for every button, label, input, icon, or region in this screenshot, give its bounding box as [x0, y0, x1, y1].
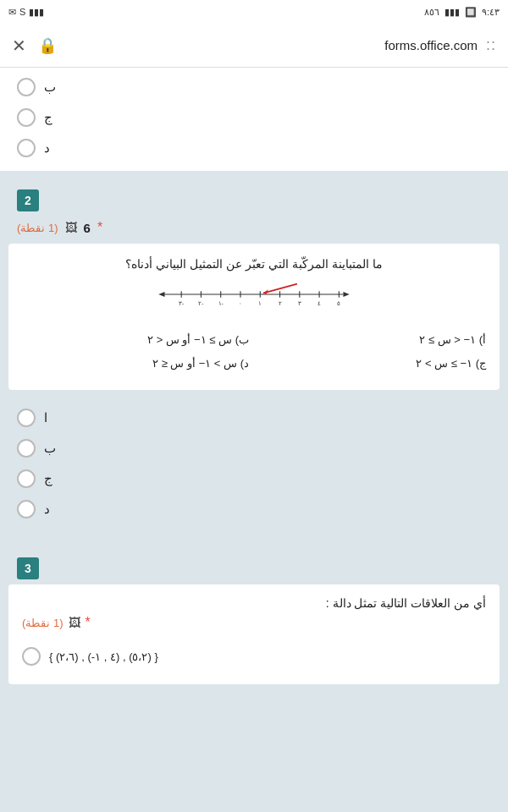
status-bar: ٩:٤٣ 🔲 ▮▮▮ ٨٥٦ ▮▮▮ S ✉: [0, 0, 508, 24]
number-line-container: -٣ -٢ -١ ٠ ١ ٢ ٣ ٤: [19, 281, 489, 315]
email-icon: ✉: [8, 7, 16, 18]
svg-marker-1: [343, 292, 349, 297]
status-left: ٩:٤٣ 🔲 ▮▮▮ ٨٥٦: [424, 7, 500, 18]
q3-header: 3: [0, 546, 508, 584]
option-ba-label: ب: [44, 80, 56, 95]
signal-icon: S: [19, 7, 25, 17]
spacer: [0, 539, 508, 546]
q2-option-jeem: ج: [17, 469, 491, 488]
option-dal: د: [17, 139, 491, 157]
q2-option-alef-label: ا: [44, 410, 47, 425]
q2-option-ba-label: ب: [44, 441, 56, 456]
q2-badge: 2: [17, 189, 39, 211]
status-text: ٨٥٦: [424, 7, 439, 18]
close-button[interactable]: ✕: [12, 36, 26, 56]
svg-text:٠: ٠: [239, 300, 242, 306]
q3-meta: * 🖼 (1 نقطة): [22, 615, 486, 630]
q2-option-jeem-radio[interactable]: [17, 469, 36, 488]
q3-icon: 🖼: [69, 616, 80, 629]
q3-required-star: *: [86, 615, 91, 630]
q2-option-dal-radio[interactable]: [17, 500, 36, 518]
svg-text:٥: ٥: [337, 300, 340, 306]
main-content: ب ج د 2 * 6 🖼 (1 نقطة) ما المتباينة المر…: [0, 68, 508, 812]
q3-question-text: أي من العلاقات التالية تمثل دالة :: [22, 596, 486, 610]
time-display: ٩:٤٣: [482, 7, 500, 18]
q2-answer-options: ا ب ج د: [0, 397, 508, 532]
divider-1: [0, 171, 508, 178]
q3-option-1: { (٥،٢) , (٤ , ١-) , (٢،٦) }: [22, 640, 486, 672]
required-star: *: [97, 220, 102, 235]
svg-text:-١: -١: [218, 300, 224, 306]
q2-header: 2: [0, 178, 508, 217]
svg-text:-٢: -٢: [198, 300, 203, 306]
q2-icon: 🖼: [65, 221, 77, 234]
status-right: ▮▮▮ S ✉: [8, 7, 44, 18]
q2-option-dal-label: د: [44, 502, 50, 517]
option-dal-radio[interactable]: [17, 139, 36, 157]
battery-icon: 🔲: [465, 7, 477, 18]
q3-points: (1 نقطة): [22, 617, 64, 629]
q2-content-box: ما المتباينة المركّبة التي تعبّر عن التم…: [8, 244, 500, 390]
choice-d: د) س > ١− أو س ≤ ٢: [22, 355, 249, 372]
q3-content: أي من العلاقات التالية تمثل دالة : * 🖼 (…: [8, 584, 500, 684]
q3-option-1-radio[interactable]: [22, 647, 41, 666]
q2-number: 6: [84, 221, 91, 235]
q2-meta: * 6 🖼 (1 نقطة): [0, 217, 508, 244]
prev-question-options: ب ج د: [0, 68, 508, 171]
choice-b: ب) س ≥ ١− أو س < ٢: [22, 332, 249, 348]
drag-handle-icon[interactable]: ::: [486, 36, 496, 54]
option-jeem: ج: [17, 108, 491, 127]
number-line-svg: -٣ -٢ -١ ٠ ١ ٢ ٣ ٤: [119, 281, 389, 315]
svg-text:١: ١: [258, 300, 262, 306]
q2-option-alef-radio[interactable]: [17, 409, 36, 427]
q2-option-ba-radio[interactable]: [17, 439, 36, 458]
choice-a: أ) ١− < س ≥ ٢: [259, 332, 486, 348]
browser-bar: :: forms.office.com 🔒 ✕: [0, 24, 508, 68]
option-jeem-radio[interactable]: [17, 108, 36, 127]
svg-marker-2: [158, 292, 164, 297]
lock-icon[interactable]: 🔒: [38, 36, 57, 55]
url-display[interactable]: forms.office.com: [65, 38, 478, 52]
option-ba-radio[interactable]: [17, 78, 36, 96]
wifi-icon: ▮▮▮: [29, 7, 44, 18]
svg-text:٣: ٣: [298, 300, 301, 306]
svg-text:٢: ٢: [279, 300, 282, 306]
choices-grid: أ) ١− < س ≥ ٢ ب) س ≥ ١− أو س < ٢ ج) ١− ≥…: [19, 326, 489, 376]
q2-question-text: ما المتباينة المركّبة التي تعبّر عن التم…: [19, 257, 489, 271]
option-dal-label: د: [44, 140, 50, 156]
browser-actions: 🔒 ✕: [12, 36, 57, 56]
q2-option-alef: ا: [17, 409, 491, 427]
divider-2: [0, 532, 508, 539]
svg-text:٤: ٤: [318, 300, 321, 306]
q3-option-1-text: { (٥،٢) , (٤ , ١-) , (٢،٦) }: [49, 650, 158, 663]
q2-option-jeem-label: ج: [44, 471, 52, 486]
q3-badge: 3: [17, 557, 39, 579]
choice-c: ج) ١− ≥ س > ٢: [259, 355, 486, 372]
svg-text:-٣: -٣: [179, 300, 184, 306]
option-jeem-label: ج: [44, 110, 52, 125]
signal-bars: ▮▮▮: [444, 7, 460, 18]
q2-option-ba: ب: [17, 439, 491, 458]
q2-option-dal: د: [17, 500, 491, 518]
q2-points: (1 نقطة): [17, 222, 58, 234]
option-ba: ب: [17, 78, 491, 96]
